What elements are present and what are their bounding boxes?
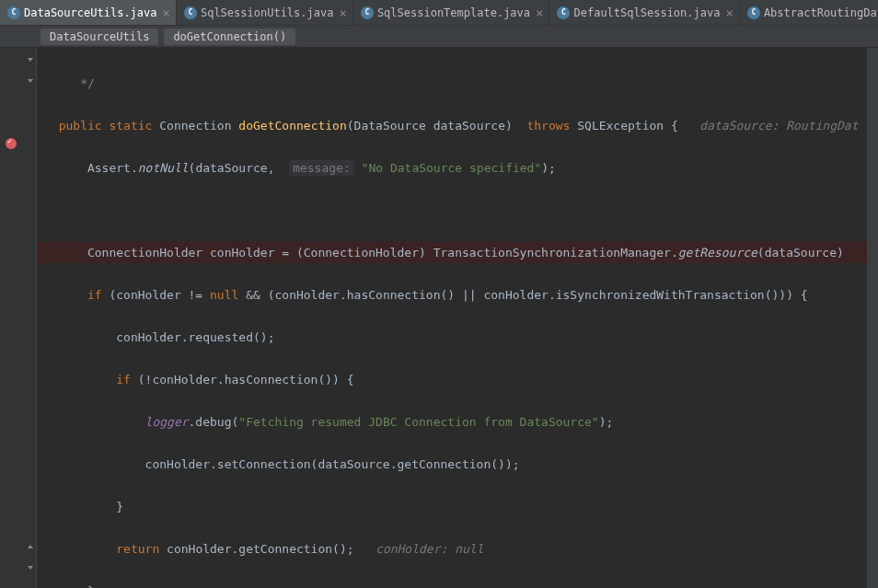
- java-class-icon: C: [361, 6, 374, 19]
- code-editor[interactable]: */ public static Connection doGetConnect…: [37, 48, 867, 588]
- editor-area: */ public static Connection doGetConnect…: [0, 48, 878, 588]
- code-text: && (conHolder.hasConnection() || conHold…: [238, 288, 807, 302]
- editor-tab-4[interactable]: C AbstractRoutingDataSource.java ×: [740, 0, 878, 25]
- code-text: .debug(: [189, 415, 239, 429]
- code-text: (dataSource): [757, 246, 844, 259]
- breadcrumb: DataSourceUtils doGetConnection(): [0, 26, 878, 48]
- code-str: "No DataSource specified": [362, 161, 542, 175]
- breadcrumb-class[interactable]: DataSourceUtils: [40, 29, 158, 45]
- inline-hint: dataSource: RoutingDat: [699, 119, 858, 133]
- code-field: logger: [145, 415, 189, 429]
- code-kw: if: [116, 373, 131, 386]
- fold-icon[interactable]: [26, 55, 35, 64]
- code-text: conHolder.setConnection(dataSource.getCo…: [145, 457, 520, 471]
- java-class-icon: C: [7, 6, 20, 19]
- tab-bar: C DataSourceUtils.java × C SqlSessionUti…: [0, 0, 878, 26]
- fold-up-icon[interactable]: [26, 542, 35, 551]
- fold-icon[interactable]: [26, 563, 35, 572]
- code-text: (!conHolder.hasConnection()) {: [131, 373, 354, 386]
- code-kw: if: [87, 288, 102, 302]
- code-text: (DataSource dataSource): [347, 119, 513, 133]
- fold-icon[interactable]: [26, 76, 35, 86]
- code-text: );: [599, 415, 614, 429]
- code-text: getResource: [678, 246, 757, 259]
- java-class-icon: C: [747, 6, 760, 19]
- tab-label: AbstractRoutingDataSource.java: [764, 6, 878, 19]
- editor-tab-0[interactable]: C DataSourceUtils.java ×: [0, 0, 177, 25]
- code-text: Connection: [159, 119, 231, 133]
- code-kw: throws: [526, 119, 570, 133]
- code-text: SQLException {: [577, 119, 678, 133]
- editor-tab-3[interactable]: C DefaultSqlSession.java ×: [549, 0, 739, 25]
- code-text: ConnectionHolder conHolder = (Connection…: [87, 246, 678, 259]
- code-text: */: [80, 76, 95, 90]
- close-icon[interactable]: ×: [725, 6, 733, 19]
- code-method: doGetConnection: [238, 119, 346, 133]
- code-str: "Fetching resumed JDBC Connection from D…: [238, 415, 598, 429]
- code-text: (conHolder !=: [102, 288, 210, 302]
- breakpoint-icon[interactable]: [6, 138, 17, 149]
- editor-tab-2[interactable]: C SqlSessionTemplate.java ×: [353, 0, 550, 25]
- tab-label: DefaultSqlSession.java: [573, 6, 720, 19]
- code-text: );: [541, 161, 556, 175]
- inline-hint: conHolder: null: [375, 542, 483, 556]
- code-text: conHolder.getConnection();: [159, 542, 353, 556]
- java-class-icon: C: [557, 6, 570, 19]
- code-text: conHolder.requested();: [116, 330, 274, 344]
- param-hint: message:: [289, 160, 354, 176]
- tab-label: DataSourceUtils.java: [24, 6, 157, 19]
- code-kw: null: [210, 288, 238, 302]
- java-class-icon: C: [184, 6, 197, 19]
- breadcrumb-method[interactable]: doGetConnection(): [164, 29, 295, 45]
- code-text: }: [87, 584, 95, 588]
- code-kw: public: [59, 119, 102, 133]
- code-text: }: [116, 500, 123, 513]
- tab-label: SqlSessionUtils.java: [201, 6, 334, 19]
- gutter[interactable]: [0, 48, 37, 588]
- close-icon[interactable]: ×: [339, 6, 346, 19]
- tab-label: SqlSessionTemplate.java: [377, 6, 530, 19]
- code-text: (dataSource,: [189, 161, 275, 175]
- error-stripe[interactable]: [867, 48, 878, 588]
- code-kw: return: [116, 542, 159, 556]
- code-text: Assert.: [87, 161, 138, 175]
- close-icon[interactable]: ×: [536, 6, 543, 19]
- editor-tab-1[interactable]: C SqlSessionUtils.java ×: [177, 0, 353, 25]
- code-text: notNull: [138, 161, 189, 175]
- code-kw: static: [109, 119, 152, 133]
- close-icon[interactable]: ×: [163, 6, 170, 19]
